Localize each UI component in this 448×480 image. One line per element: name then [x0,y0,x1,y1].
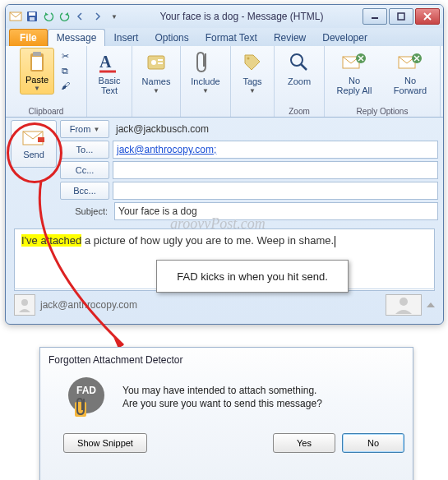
show-snippet-button[interactable]: Show Snippet [63,433,147,453]
tab-file[interactable]: File [9,29,48,46]
from-value: jack@jackbusch.com [113,121,438,137]
people-pane-email: jack@anthrocopy.com [40,299,137,311]
redo-icon[interactable] [58,10,72,23]
qat-dropdown-icon[interactable]: ▼ [108,10,121,23]
bcc-button[interactable]: Bcc... [60,182,109,200]
svg-point-15 [247,58,250,60]
dialog-message: You may have intended to attach somethin… [122,384,322,410]
svg-point-16 [291,54,303,66]
svg-text:A: A [99,53,112,71]
reply-options-group: No Reply All No Forward Reply Options [325,46,441,117]
paste-button[interactable]: Paste ▼ [20,48,54,95]
svg-rect-5 [398,13,404,20]
basic-text-group: A Basic Text [87,46,132,117]
format-painter-icon[interactable]: 🖌 [58,79,72,92]
mail-icon [9,10,22,23]
people-pane: jack@anthrocopy.com [14,288,435,317]
undo-icon[interactable] [42,10,55,23]
subject-input[interactable]: Your face is a dog [114,202,438,220]
chevron-down-icon: ▼ [34,85,40,92]
chevron-down-icon: ▼ [249,87,256,95]
next-item-icon[interactable] [91,10,104,23]
no-reply-all-button[interactable]: No Reply All [328,48,381,97]
close-button[interactable] [415,8,440,25]
tags-button[interactable]: Tags ▼ [236,48,269,96]
fad-dialog: Forgotten Attachment Detector FAD You ma… [39,347,413,480]
svg-rect-14 [158,62,163,64]
no-forward-label: No Forward [394,76,427,95]
svg-point-24 [21,299,28,306]
basic-text-label: Basic Text [99,76,121,95]
chevron-down-icon: ▼ [153,87,159,95]
no-reply-all-label: No Reply All [337,76,372,95]
tags-label: Tags [242,76,261,86]
cc-button[interactable]: Cc... [60,161,109,179]
previous-item-icon[interactable] [75,10,88,23]
clipboard-group-label: Clipboard [6,107,86,116]
names-group: Names ▼ [132,46,181,117]
body-text: a picture of how ugly you are to me. Wee… [81,234,334,247]
no-button[interactable]: No [342,433,404,453]
no-forward-button[interactable]: No Forward [384,48,436,97]
chevron-down-icon: ▼ [202,87,209,95]
titlebar: ▼ Your face is a dog - Message (HTML) [6,5,443,28]
svg-point-12 [151,60,156,65]
svg-rect-23 [38,137,44,142]
quick-access-toolbar: ▼ [9,10,121,23]
dialog-title: Forgotten Attachment Detector [48,354,404,366]
send-button[interactable]: Send [11,120,57,168]
tab-review[interactable]: Review [266,30,314,46]
text-cursor [335,236,335,247]
svg-rect-3 [30,17,35,21]
fad-icon: FAD [63,374,109,420]
include-button[interactable]: Include ▼ [187,48,223,96]
expand-people-pane-icon[interactable] [427,302,435,307]
svg-text:FAD: FAD [76,385,96,396]
callout-text: FAD kicks in when you hit send. [177,270,328,283]
annotation-callout: FAD kicks in when you hit send. [156,260,349,293]
tags-group: Tags ▼ [231,46,275,117]
svg-rect-13 [158,59,163,61]
save-icon[interactable] [25,10,39,23]
window-buttons [363,8,440,25]
from-button[interactable]: From ▼ [60,120,109,138]
ribbon-tabs: File Message Insert Options Format Text … [6,28,443,46]
tab-message[interactable]: Message [48,29,106,46]
yes-button[interactable]: Yes [273,433,335,453]
avatar-icon [14,294,35,316]
tab-developer[interactable]: Developer [314,30,376,46]
ribbon: Paste ▼ ✂ ⧉ 🖌 Clipboard A Basic Text Nam… [6,46,443,118]
basic-text-button[interactable]: A Basic Text [93,48,126,97]
names-button[interactable]: Names ▼ [139,48,174,96]
reply-options-group-label: Reply Options [325,107,440,116]
svg-rect-8 [32,57,42,70]
clipboard-group: Paste ▼ ✂ ⧉ 🖌 Clipboard [6,46,87,117]
to-recipient[interactable]: jack@anthrocopy.com; [117,144,216,155]
svg-rect-7 [33,52,41,56]
maximize-button[interactable] [389,8,413,25]
bcc-input[interactable] [113,182,438,200]
compose-area: Send From ▼ jack@jackbusch.com To... jac… [11,120,438,220]
zoom-button[interactable]: Zoom [283,48,316,88]
window-title: Your face is a dog - Message (HTML) [124,11,359,22]
body-highlight: I've attached [21,234,81,247]
zoom-group-label: Zoom [275,107,324,116]
subject-label: Subject: [60,206,111,216]
cut-icon[interactable]: ✂ [58,49,72,62]
tab-options[interactable]: Options [146,30,196,46]
minimize-button[interactable] [363,8,387,25]
svg-point-25 [400,298,408,306]
tab-insert[interactable]: Insert [105,30,146,46]
svg-line-17 [301,64,307,70]
cc-input[interactable] [113,161,438,179]
zoom-label: Zoom [288,76,311,86]
to-button[interactable]: To... [60,141,109,159]
names-label: Names [142,76,171,86]
copy-icon[interactable]: ⧉ [58,64,72,77]
include-group: Include ▼ [181,46,231,117]
dialog-line2: Are you sure you want to send this messa… [122,397,322,410]
to-input[interactable]: jack@anthrocopy.com; [113,141,438,159]
send-label: Send [23,150,44,159]
tab-format-text[interactable]: Format Text [197,30,266,46]
paste-label: Paste [25,75,48,85]
